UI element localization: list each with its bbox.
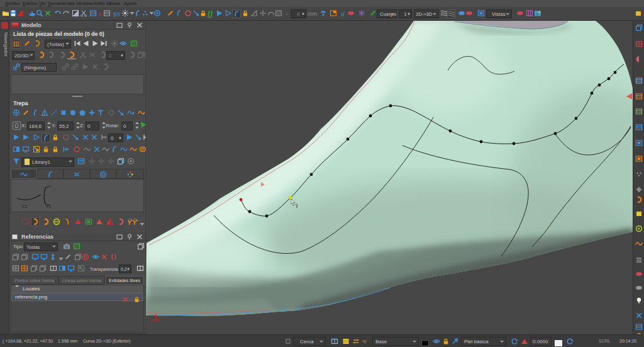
- svg-text:T1: T1: [46, 204, 51, 208]
- svg-text:C1: C1: [22, 204, 28, 208]
